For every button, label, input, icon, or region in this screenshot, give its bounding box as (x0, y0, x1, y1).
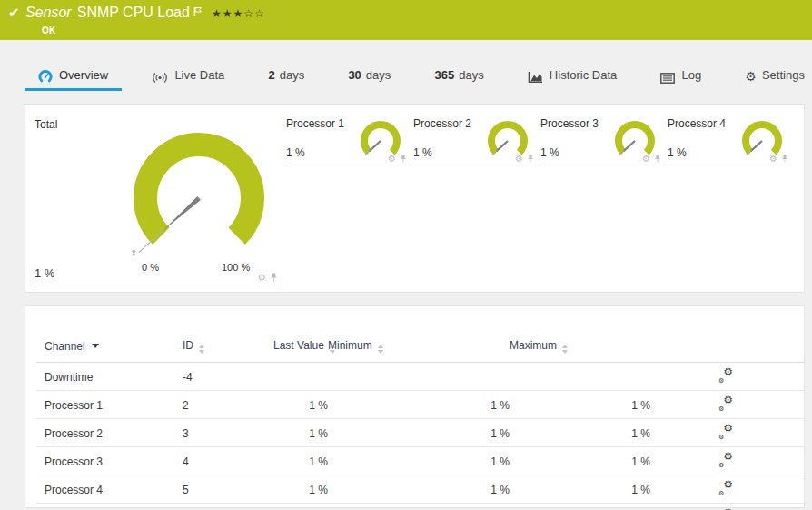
gauge-tools: ⚙ (769, 154, 788, 164)
cell-id: 2 (183, 391, 273, 419)
sensor-header: ✔ Sensor SNMP CPU Load ★★★☆☆ OK (0, 0, 812, 40)
column-header-maximum[interactable]: Maximum (510, 328, 650, 363)
channel-settings-icon[interactable]: ⚙⚙ (718, 454, 733, 466)
gauge-title: Processor 3 (540, 117, 599, 130)
cell-maximum (510, 363, 650, 391)
cell-id: -4 (183, 363, 273, 391)
tab-30-days[interactable]: 30 days (346, 40, 392, 91)
tab-settings[interactable]: ⚙ Settings (743, 40, 807, 91)
cell-channel[interactable]: Processor 3 (36, 447, 183, 475)
column-header-channel[interactable]: Channel (36, 328, 183, 363)
channel-table: Channel ID Last Value Minimum Maximum Do… (36, 328, 804, 510)
cell-last-value (273, 363, 328, 391)
channel-settings-icon[interactable]: ⚙⚙ (718, 425, 733, 438)
channel-gear-icon[interactable]: ⚙ (642, 155, 650, 164)
gauge-scale-min: 0 % (142, 262, 159, 273)
tab-365-days[interactable]: 365 days (433, 40, 486, 91)
pin-icon[interactable] (270, 272, 278, 283)
cell-channel[interactable]: Processor 1 (36, 391, 183, 419)
tab-number: 365 (435, 68, 455, 82)
sensor-status-badge: OK (42, 25, 56, 35)
table-row-processor-1: Processor 1 2 1 % 1 % 1 % ⚙⚙ (36, 391, 804, 419)
cell-maximum: 1 % (510, 391, 650, 419)
pin-icon[interactable] (400, 154, 407, 164)
channel-table-panel: Channel ID Last Value Minimum Maximum Do… (25, 305, 805, 508)
sort-arrows-icon (199, 345, 204, 354)
mean-marker: x̄ (132, 248, 136, 257)
status-ok-check-icon: ✔ (8, 5, 20, 21)
cell-minimum (328, 363, 510, 391)
tab-number: 30 (348, 68, 361, 82)
gauge-cell-processor-2: Processor 2 1 % ⚙ (413, 115, 537, 165)
column-header-last-value[interactable]: Last Value (273, 328, 328, 363)
cell-id: 0 (183, 504, 273, 510)
gauge-tools: ⚙ (515, 154, 534, 164)
pin-icon[interactable] (527, 154, 534, 164)
cell-last-value: 1 % (273, 447, 328, 475)
table-row-downtime: Downtime -4 ⚙⚙ (36, 363, 804, 391)
cell-maximum: 1 % (510, 447, 650, 475)
cell-maximum: 1 % (510, 475, 650, 504)
gauge-tools: ⚙ (388, 154, 407, 164)
channel-gear-icon[interactable]: ⚙ (515, 155, 523, 164)
tab-label: Live Data (174, 68, 224, 82)
tab-unit: days (366, 68, 391, 82)
tab-unit: days (280, 68, 304, 82)
historic-data-icon (528, 71, 543, 84)
column-header-minimum[interactable]: Minimum (328, 328, 510, 363)
column-header-id[interactable]: ID (183, 328, 273, 363)
tab-number: 2 (268, 68, 274, 82)
gauge-value: 1 % (540, 146, 559, 159)
cell-minimum: 1 % (328, 504, 510, 510)
tab-2-days[interactable]: 2 days (266, 40, 306, 91)
gauge-title: Total (35, 118, 57, 131)
gauge-scale-max: 100 % (222, 262, 250, 273)
gauge-icon (38, 70, 53, 84)
total-gauge (131, 130, 267, 266)
cell-channel[interactable]: Processor 4 (36, 475, 183, 504)
sensor-type-label: Sensor (25, 4, 72, 22)
cell-minimum: 1 % (328, 391, 510, 419)
gauge-value: 1 % (286, 146, 305, 159)
pin-icon[interactable] (654, 154, 661, 164)
gauge-value: 1 % (35, 266, 54, 280)
gauge-cell-processor-3: Processor 3 1 % ⚙ (540, 115, 664, 165)
priority-star-rating[interactable]: ★★★☆☆ (212, 5, 265, 23)
tab-live-data[interactable]: Live Data (150, 40, 226, 91)
channel-gear-icon[interactable]: ⚙ (388, 155, 396, 164)
cell-last-value: 1 % (273, 475, 328, 504)
cell-minimum: 1 % (328, 447, 510, 475)
flag-icon (193, 4, 203, 22)
tab-label: Overview (59, 68, 108, 82)
log-icon (660, 73, 675, 84)
gauge-value: 1 % (668, 146, 687, 159)
sensor-title-row: Sensor SNMP CPU Load ★★★☆☆ (25, 4, 265, 23)
table-row-processor-4: Processor 4 5 1 % 1 % 1 % ⚙⚙ (36, 475, 804, 504)
channel-gear-icon[interactable]: ⚙ (769, 155, 777, 164)
gauge-tools: ⚙ (642, 154, 661, 164)
cell-channel[interactable]: Processor 2 (36, 419, 183, 447)
stars-filled[interactable]: ★★★ (212, 7, 243, 20)
gauge-title: Processor 1 (286, 117, 344, 130)
gauges-panel: Total x̄ 1 % 0 % 100 % ⚙ Processor 1 (25, 104, 805, 293)
tab-log[interactable]: Log (659, 40, 703, 91)
channel-settings-icon[interactable]: ⚙⚙ (718, 482, 733, 495)
cell-minimum: 1 % (328, 419, 510, 447)
gauge-cell-processor-1: Processor 1 1 % ⚙ (286, 115, 410, 165)
sort-arrows-icon (562, 345, 568, 354)
tab-overview[interactable]: Overview (36, 40, 110, 91)
cell-channel[interactable]: Downtime (36, 363, 183, 391)
cell-channel[interactable]: Total (36, 504, 183, 510)
page-title: SNMP CPU Load (77, 4, 190, 22)
channel-gear-icon[interactable]: ⚙ (257, 273, 266, 283)
sort-arrows-icon (378, 345, 383, 354)
channel-settings-icon[interactable]: ⚙⚙ (718, 369, 733, 382)
stars-empty[interactable]: ☆☆ (243, 7, 265, 20)
gauge-title: Processor 4 (668, 117, 726, 130)
prtg-sensor-page: { "colors": { "status_ok_green": "#b6c31… (0, 0, 812, 510)
channel-settings-icon[interactable]: ⚙⚙ (718, 397, 733, 410)
live-data-icon (152, 72, 168, 84)
pin-icon[interactable] (781, 154, 788, 164)
tab-label: Historic Data (550, 68, 617, 82)
tab-historic-data[interactable]: Historic Data (526, 40, 619, 91)
